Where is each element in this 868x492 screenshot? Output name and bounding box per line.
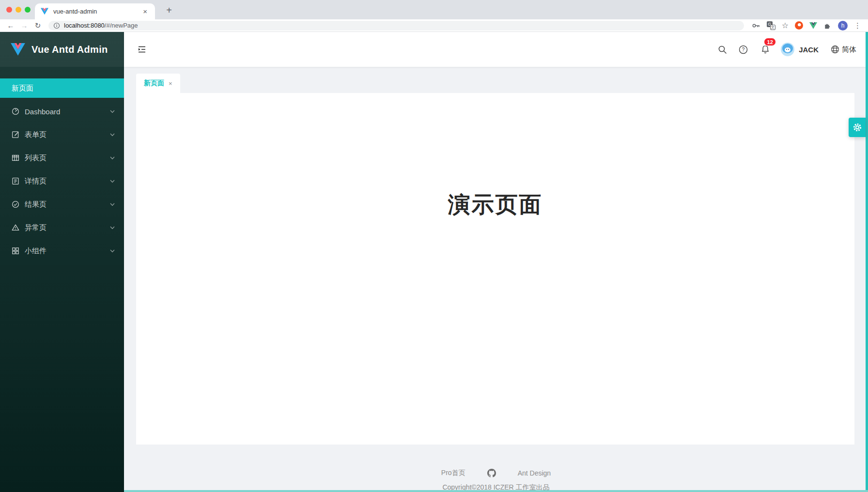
sidebar-item-label: 新页面 [12, 84, 33, 93]
app-header: ? 12 JACK [124, 32, 868, 67]
vue-favicon-icon [41, 8, 48, 15]
footer-link-ant-design[interactable]: Ant Design [518, 469, 551, 477]
check-circle-icon [12, 200, 19, 208]
sidebar-item-label: 表单页 [25, 130, 46, 139]
sidebar-item-label: 小组件 [25, 246, 46, 256]
chevron-down-icon [109, 248, 115, 254]
user-name[interactable]: JACK [799, 46, 819, 54]
menu-fold-icon[interactable] [137, 45, 147, 54]
translate-icon[interactable]: G 文 [767, 21, 775, 30]
bookmark-star-icon[interactable]: ☆ [782, 22, 789, 30]
window-controls [6, 7, 31, 13]
chevron-down-icon [109, 155, 115, 161]
extension-orange-icon[interactable] [795, 21, 803, 30]
extensions-puzzle-icon[interactable] [823, 21, 832, 30]
sidebar-item-details[interactable]: 详情页 [0, 171, 124, 191]
sidebar-item-widgets[interactable]: 小组件 [0, 241, 124, 261]
bell-icon [760, 45, 770, 54]
chevron-down-icon [109, 225, 115, 231]
browser-tabstrip: vue-antd-admin × + [0, 0, 868, 19]
content-panel: 演示页面 [136, 93, 854, 445]
password-key-icon[interactable] [752, 21, 760, 30]
browser-tab-title: vue-antd-admin [53, 8, 141, 15]
url-text: localhost:8080/#/newPage [64, 22, 138, 29]
vertical-scrollbar[interactable] [866, 32, 868, 492]
browser-tab[interactable]: vue-antd-admin × [35, 3, 155, 19]
app-logo[interactable]: Vue Antd Admin [0, 32, 124, 67]
globe-icon [831, 45, 839, 54]
url-host: localhost:8080 [64, 22, 105, 29]
help-icon[interactable]: ? [739, 45, 748, 54]
footer-links: Pro首页 Ant Design [124, 469, 868, 477]
language-switcher[interactable]: 简体 [831, 45, 856, 54]
horizontal-scrollbar[interactable] [124, 490, 868, 492]
window-minimize-button[interactable] [16, 7, 21, 13]
sidebar-item-exceptions[interactable]: 异常页 [0, 218, 124, 237]
app-title: Vue Antd Admin [31, 44, 108, 55]
main-area: ? 12 JACK [124, 32, 868, 492]
url-path: /#/newPage [105, 22, 138, 29]
new-tab-button[interactable]: + [162, 3, 176, 17]
sidebar-item-results[interactable]: 结果页 [0, 195, 124, 214]
chevron-down-icon [109, 132, 115, 138]
browser-profile-avatar[interactable]: h [838, 21, 848, 31]
notifications-button[interactable]: 12 [760, 45, 770, 54]
sidebar-item-new-page[interactable]: 新页面 [0, 78, 124, 98]
dashboard-icon [12, 108, 19, 115]
tab-close-icon[interactable]: × [141, 7, 149, 16]
page-info-icon[interactable] [53, 22, 60, 29]
address-bar[interactable]: localhost:8080/#/newPage [48, 21, 744, 31]
back-button[interactable]: ← [4, 21, 17, 30]
github-icon[interactable] [487, 469, 496, 477]
reload-button[interactable]: ↻ [31, 21, 45, 30]
profile-icon [12, 177, 19, 185]
search-icon[interactable] [718, 45, 727, 54]
sidebar-item-label: 详情页 [25, 177, 46, 186]
sidebar-item-label: 异常页 [25, 223, 46, 232]
toolbar-extensions: G 文 ☆ h ⋮ [752, 21, 861, 31]
appstore-icon [12, 247, 19, 255]
chevron-down-icon [109, 108, 115, 114]
header-actions: ? 12 JACK [718, 43, 856, 56]
forward-button[interactable]: → [17, 21, 31, 30]
chevron-down-icon [109, 178, 115, 184]
sidebar: Vue Antd Admin 新页面 Dashboard [0, 32, 124, 492]
sidebar-item-label: Dashboard [25, 108, 60, 116]
gear-icon [852, 122, 863, 133]
page-tabs-bar: 新页面 × [136, 74, 868, 93]
sidebar-item-lists[interactable]: 列表页 [0, 148, 124, 168]
theme-settings-button[interactable] [849, 118, 866, 137]
form-icon [12, 131, 19, 138]
browser-toolbar: ← → ↻ localhost:8080/#/newPage G 文 ☆ h ⋮ [0, 19, 868, 32]
table-icon [12, 154, 19, 162]
sidebar-item-dashboard[interactable]: Dashboard [0, 102, 124, 121]
window-close-button[interactable] [6, 7, 12, 13]
window-zoom-button[interactable] [25, 7, 31, 13]
user-avatar[interactable] [781, 43, 794, 56]
page-tab-label: 新页面 [144, 79, 164, 88]
language-label: 简体 [842, 45, 856, 54]
warning-icon [12, 224, 19, 231]
sidebar-item-label: 列表页 [25, 154, 46, 163]
footer-link-pro-home[interactable]: Pro首页 [441, 469, 465, 477]
vue-devtools-icon[interactable] [809, 22, 817, 29]
svg-text:?: ? [742, 46, 745, 52]
browser-menu-icon[interactable]: ⋮ [854, 21, 861, 30]
page-tab-new-page[interactable]: 新页面 × [136, 74, 180, 93]
vue-logo-icon [11, 43, 25, 56]
sidebar-menu: 新页面 Dashboard 表单页 [0, 67, 124, 261]
page-title: 演示页面 [136, 93, 854, 220]
sidebar-item-label: 结果页 [25, 200, 46, 209]
notification-badge: 12 [764, 38, 776, 46]
page-tab-close-icon[interactable]: × [169, 80, 172, 87]
sidebar-item-forms[interactable]: 表单页 [0, 125, 124, 144]
chevron-down-icon [109, 201, 115, 207]
app-window: Vue Antd Admin 新页面 Dashboard [0, 32, 868, 492]
